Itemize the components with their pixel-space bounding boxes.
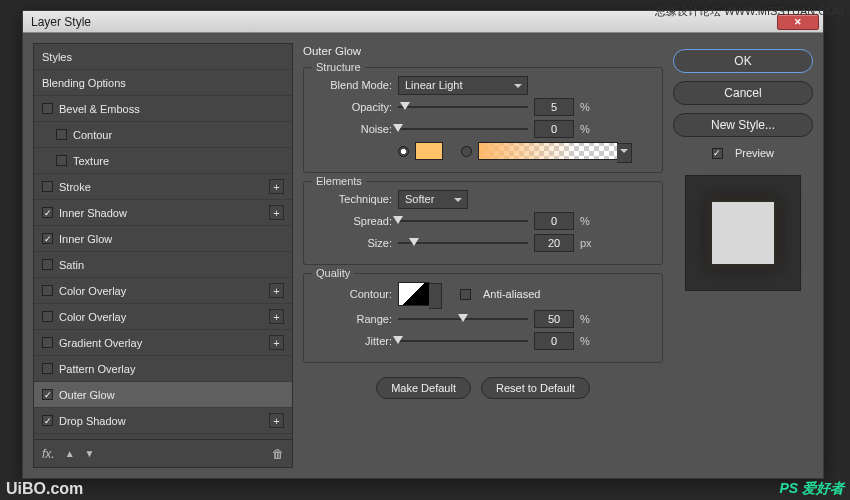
style-item-inner-shadow[interactable]: Inner Shadow+ bbox=[34, 200, 292, 226]
gradient-swatch[interactable] bbox=[478, 142, 618, 160]
trash-icon[interactable]: 🗑 bbox=[272, 447, 284, 461]
preview-thumbnail bbox=[685, 175, 801, 291]
style-item-color-overlay[interactable]: Color Overlay+ bbox=[34, 278, 292, 304]
group-label: Quality bbox=[312, 267, 354, 279]
size-slider[interactable] bbox=[398, 236, 528, 250]
style-item-texture[interactable]: Texture bbox=[34, 148, 292, 174]
anti-aliased-label: Anti-aliased bbox=[483, 288, 540, 300]
color-radio[interactable] bbox=[398, 146, 409, 157]
jitter-label: Jitter: bbox=[314, 335, 392, 347]
checkbox-icon[interactable] bbox=[42, 311, 53, 322]
unit-label: % bbox=[580, 215, 598, 227]
styles-header[interactable]: Styles bbox=[34, 44, 292, 70]
jitter-slider[interactable] bbox=[398, 334, 528, 348]
contour-label: Contour: bbox=[314, 288, 392, 300]
style-item-inner-glow[interactable]: Inner Glow bbox=[34, 226, 292, 252]
checkbox-icon[interactable] bbox=[42, 363, 53, 374]
layer-style-dialog: Layer Style Styles Blending Options Beve… bbox=[22, 10, 824, 479]
styles-list: Styles Blending Options Bevel & Emboss C… bbox=[33, 43, 293, 440]
checkbox-icon[interactable] bbox=[42, 207, 53, 218]
style-item-bevel-emboss[interactable]: Bevel & Emboss bbox=[34, 96, 292, 122]
make-default-button[interactable]: Make Default bbox=[376, 377, 471, 399]
group-label: Structure bbox=[312, 61, 365, 73]
noise-input[interactable]: 0 bbox=[534, 120, 574, 138]
checkbox-icon[interactable] bbox=[42, 103, 53, 114]
preview-checkbox[interactable] bbox=[712, 148, 723, 159]
add-effect-icon[interactable]: + bbox=[269, 179, 284, 194]
style-item-drop-shadow[interactable]: Drop Shadow+ bbox=[34, 408, 292, 434]
move-up-icon[interactable]: ▲ bbox=[65, 448, 75, 459]
move-down-icon[interactable]: ▼ bbox=[85, 448, 95, 459]
checkbox-icon[interactable] bbox=[42, 181, 53, 192]
style-item-color-overlay-2[interactable]: Color Overlay+ bbox=[34, 304, 292, 330]
spread-slider[interactable] bbox=[398, 214, 528, 228]
style-item-stroke[interactable]: Stroke+ bbox=[34, 174, 292, 200]
size-input[interactable]: 20 bbox=[534, 234, 574, 252]
unit-label: % bbox=[580, 313, 598, 325]
add-effect-icon[interactable]: + bbox=[269, 309, 284, 324]
range-label: Range: bbox=[314, 313, 392, 325]
opacity-label: Opacity: bbox=[314, 101, 392, 113]
settings-column: Outer Glow Structure Blend Mode: Linear … bbox=[303, 43, 663, 468]
blending-options-header[interactable]: Blending Options bbox=[34, 70, 292, 96]
unit-label: % bbox=[580, 335, 598, 347]
add-effect-icon[interactable]: + bbox=[269, 205, 284, 220]
opacity-input[interactable]: 5 bbox=[534, 98, 574, 116]
blend-mode-label: Blend Mode: bbox=[314, 79, 392, 91]
checkbox-icon[interactable] bbox=[42, 233, 53, 244]
opacity-slider[interactable] bbox=[398, 100, 528, 114]
unit-label: % bbox=[580, 123, 598, 135]
preview-label: Preview bbox=[735, 147, 774, 159]
add-effect-icon[interactable]: + bbox=[269, 283, 284, 298]
spread-input[interactable]: 0 bbox=[534, 212, 574, 230]
reset-to-default-button[interactable]: Reset to Default bbox=[481, 377, 590, 399]
fx-icon[interactable]: fx. bbox=[42, 447, 55, 461]
styles-footer: fx. ▲ ▼ 🗑 bbox=[33, 440, 293, 468]
range-input[interactable]: 50 bbox=[534, 310, 574, 328]
checkbox-icon[interactable] bbox=[42, 415, 53, 426]
technique-label: Technique: bbox=[314, 193, 392, 205]
noise-label: Noise: bbox=[314, 123, 392, 135]
watermark-bottom-left: UiBO.com bbox=[6, 480, 83, 498]
blend-mode-dropdown[interactable]: Linear Light bbox=[398, 76, 528, 95]
anti-aliased-checkbox[interactable] bbox=[460, 289, 471, 300]
add-effect-icon[interactable]: + bbox=[269, 335, 284, 350]
unit-label: px bbox=[580, 237, 598, 249]
action-column: OK Cancel New Style... Preview bbox=[673, 43, 813, 468]
size-label: Size: bbox=[314, 237, 392, 249]
noise-slider[interactable] bbox=[398, 122, 528, 136]
style-item-pattern-overlay[interactable]: Pattern Overlay bbox=[34, 356, 292, 382]
new-style-button[interactable]: New Style... bbox=[673, 113, 813, 137]
panel-title: Outer Glow bbox=[303, 45, 663, 57]
ok-button[interactable]: OK bbox=[673, 49, 813, 73]
checkbox-icon[interactable] bbox=[56, 129, 67, 140]
range-slider[interactable] bbox=[398, 312, 528, 326]
jitter-input[interactable]: 0 bbox=[534, 332, 574, 350]
spread-label: Spread: bbox=[314, 215, 392, 227]
contour-picker[interactable] bbox=[398, 282, 430, 306]
checkbox-icon[interactable] bbox=[56, 155, 67, 166]
checkbox-icon[interactable] bbox=[42, 285, 53, 296]
checkbox-icon[interactable] bbox=[42, 259, 53, 270]
dialog-title: Layer Style bbox=[31, 15, 91, 29]
cancel-button[interactable]: Cancel bbox=[673, 81, 813, 105]
technique-dropdown[interactable]: Softer bbox=[398, 190, 468, 209]
watermark-top: 思缘设计论坛 WWW.MISSYUAN.COM bbox=[655, 4, 844, 19]
color-swatch[interactable] bbox=[415, 142, 443, 160]
style-item-gradient-overlay[interactable]: Gradient Overlay+ bbox=[34, 330, 292, 356]
style-item-satin[interactable]: Satin bbox=[34, 252, 292, 278]
elements-group: Elements Technique: Softer Spread: 0 % S… bbox=[303, 181, 663, 265]
structure-group: Structure Blend Mode: Linear Light Opaci… bbox=[303, 67, 663, 173]
checkbox-icon[interactable] bbox=[42, 389, 53, 400]
checkbox-icon[interactable] bbox=[42, 337, 53, 348]
style-item-contour[interactable]: Contour bbox=[34, 122, 292, 148]
style-item-outer-glow[interactable]: Outer Glow bbox=[34, 382, 292, 408]
unit-label: % bbox=[580, 101, 598, 113]
preview-swatch bbox=[712, 202, 774, 264]
quality-group: Quality Contour: Anti-aliased Range: 50 … bbox=[303, 273, 663, 363]
watermark-bottom-right: PS 爱好者 bbox=[779, 480, 844, 498]
group-label: Elements bbox=[312, 175, 366, 187]
styles-column: Styles Blending Options Bevel & Emboss C… bbox=[33, 43, 293, 468]
add-effect-icon[interactable]: + bbox=[269, 413, 284, 428]
gradient-radio[interactable] bbox=[461, 146, 472, 157]
